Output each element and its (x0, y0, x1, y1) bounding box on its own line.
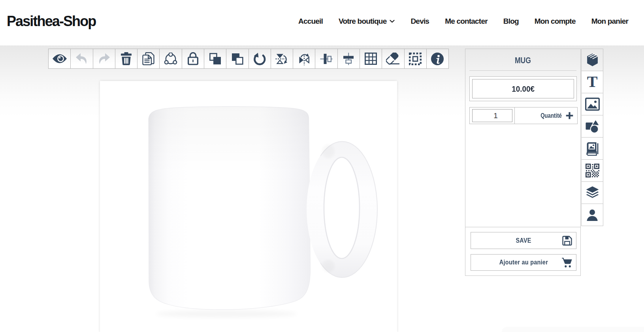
svg-text:T: T (587, 74, 598, 90)
